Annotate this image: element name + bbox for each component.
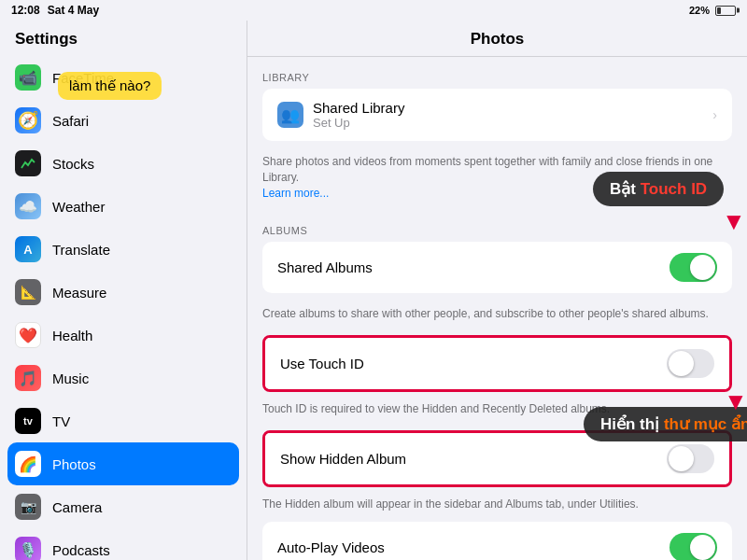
time: 12:08 — [11, 4, 40, 17]
sidebar-item-photos[interactable]: 🌈 Photos — [7, 442, 239, 485]
use-touch-id-row: Use Touch ID — [265, 338, 729, 389]
show-hidden-album-toggle[interactable] — [667, 444, 714, 473]
sidebar-item-safari[interactable]: 🧭 Safari — [0, 99, 247, 142]
arrow-hidden-album: ▼ — [724, 387, 747, 416]
measure-icon: 📐 — [15, 279, 41, 305]
shared-library-row[interactable]: 👥 Shared Library Set Up › — [262, 89, 732, 141]
sidebar-title: Settings — [0, 21, 247, 56]
shared-library-group: 👥 Shared Library Set Up › — [262, 89, 732, 141]
date: Sat 4 May — [48, 4, 99, 17]
camera-icon: 📷 — [15, 494, 41, 520]
section-header-albums: ALBUMS — [247, 210, 747, 242]
right-panel: Photos LIBRARY 👥 Shared Library Set Up ›… — [247, 21, 747, 560]
podcasts-icon: 🎙️ — [15, 537, 41, 560]
music-icon: 🎵 — [15, 365, 41, 391]
sidebar-item-weather[interactable]: ☁️ Weather — [0, 185, 247, 228]
annotation-touch-id: Bật Touch ID — [593, 172, 724, 206]
sidebar-item-music[interactable]: 🎵 Music — [0, 357, 247, 399]
shared-albums-row: Shared Albums — [262, 242, 732, 293]
status-bar: 12:08 Sat 4 May 22% — [0, 0, 747, 21]
photos-icon: 🌈 — [15, 451, 41, 477]
thu-muc-an-highlight: thư mục ẩn — [664, 415, 747, 433]
measure-label: Measure — [52, 285, 106, 301]
shared-albums-toggle[interactable] — [669, 253, 717, 282]
shared-albums-label: Shared Albums — [277, 259, 660, 275]
safari-label: Safari — [52, 113, 89, 129]
sidebar-item-camera[interactable]: 📷 Camera — [0, 485, 247, 528]
sidebar-item-podcasts[interactable]: 🎙️ Podcasts — [0, 528, 247, 560]
sidebar-item-stocks[interactable]: Stocks — [0, 142, 247, 185]
use-touch-id-label: Use Touch ID — [280, 356, 657, 371]
weather-label: Weather — [52, 199, 105, 215]
tv-label: TV — [52, 413, 70, 429]
tooltip-overlay: làm thế nào? — [58, 72, 162, 100]
shared-albums-description: Create albums to share with other people… — [247, 301, 747, 331]
autoplay-group: Auto-Play Videos — [262, 522, 732, 560]
sidebar-item-tv[interactable]: tv TV — [0, 399, 247, 442]
weather-icon: ☁️ — [15, 193, 41, 219]
section-header-library: LIBRARY — [247, 57, 747, 89]
learn-more-link[interactable]: Learn more... — [262, 187, 329, 200]
use-touch-id-toggle[interactable] — [667, 349, 714, 378]
camera-label: Camera — [52, 499, 102, 515]
health-label: Health — [52, 328, 92, 343]
arrow-touch-id: ▼ — [722, 207, 746, 236]
sidebar-item-measure[interactable]: 📐 Measure — [0, 271, 247, 314]
shared-library-label: Shared Library — [313, 100, 703, 116]
chevron-icon: › — [712, 107, 717, 122]
shared-library-sublabel: Set Up — [313, 116, 703, 130]
shared-albums-group: Shared Albums — [262, 242, 732, 293]
autoplay-label: Auto-Play Videos — [277, 539, 660, 555]
hidden-album-description: The Hidden album will appear in the side… — [247, 491, 747, 522]
stocks-icon — [15, 150, 41, 176]
stocks-label: Stocks — [52, 156, 94, 172]
sidebar-item-translate[interactable]: A Translate — [0, 228, 247, 271]
tv-icon: tv — [15, 408, 41, 434]
annotation-hidden-album: Hiển thị thư mục ẩn — [584, 407, 747, 441]
podcasts-label: Podcasts — [52, 542, 110, 558]
health-icon: ❤️ — [15, 322, 41, 348]
music-label: Music — [52, 371, 89, 386]
show-hidden-album-label: Show Hidden Album — [280, 451, 657, 467]
touch-id-highlight: Touch ID — [641, 180, 707, 198]
photos-label: Photos — [52, 456, 96, 472]
autoplay-toggle[interactable] — [669, 533, 717, 560]
safari-icon: 🧭 — [15, 107, 41, 133]
shared-library-icon: 👥 — [277, 102, 303, 128]
translate-label: Translate — [52, 242, 110, 258]
battery-percentage: 22% — [689, 5, 710, 16]
panel-title: Photos — [247, 21, 747, 57]
touch-id-group: Use Touch ID — [262, 335, 732, 392]
translate-icon: A — [15, 236, 41, 262]
facetime-icon: 📹 — [15, 64, 41, 91]
autoplay-row: Auto-Play Videos — [262, 522, 732, 560]
sidebar: Settings làm thế nào? 📹 FaceTime 🧭 Safar… — [0, 21, 247, 560]
sidebar-item-health[interactable]: ❤️ Health — [0, 314, 247, 357]
battery-icon — [715, 6, 736, 16]
